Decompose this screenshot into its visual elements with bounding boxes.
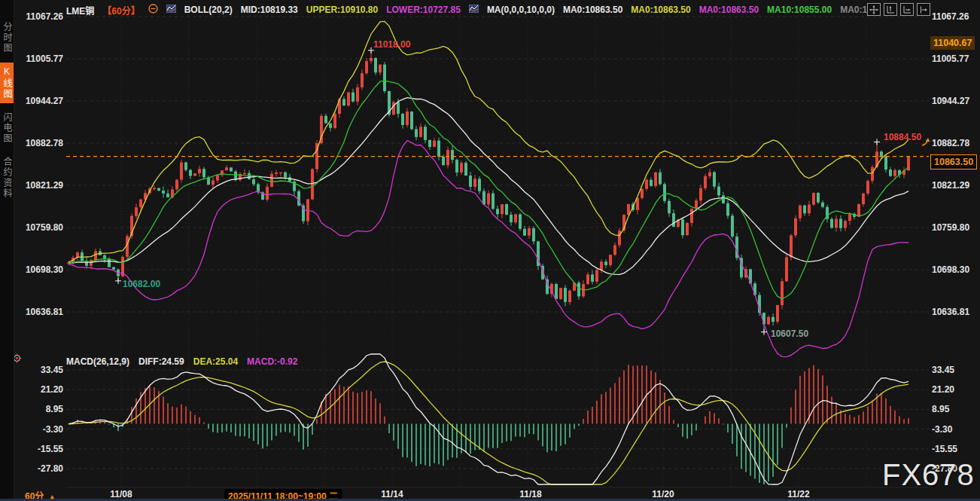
- current-price-badge: 10863.50: [930, 154, 977, 170]
- boll-mid-value: MID:10819.33: [241, 5, 298, 15]
- date-tick-label: 11/20: [652, 489, 674, 499]
- extreme-price-label: 10884.50: [884, 132, 921, 142]
- chart-toolbar: [867, 3, 930, 16]
- fx678-watermark: FX678: [882, 458, 975, 492]
- scale-axis-left-icon[interactable]: [884, 3, 897, 16]
- time-axis-bar: 11/082025/11/11 18:00~19:00 二11/1411/181…: [14, 488, 980, 499]
- sidebar-item-contract-info[interactable]: 合约资料: [0, 153, 14, 203]
- boll-upper-value: UPPER:10910.80: [306, 5, 378, 15]
- page-forward-icon[interactable]: [917, 3, 930, 16]
- ma0-value-white: MA0:10863.50: [563, 5, 622, 15]
- chart-type-sidebar: 分时图 K线图 闪电图 合约资料: [0, 0, 14, 501]
- price-flag-icon: [921, 136, 931, 150]
- extreme-price-label: 11018.00: [373, 39, 410, 50]
- macd-macd-value: MACD:-0.92: [247, 356, 297, 367]
- scale-axis-right-icon[interactable]: [900, 3, 914, 16]
- period-label: 【60分】: [102, 4, 139, 17]
- trading-app-window: 分时图 K线图 闪电图 合约资料 LME铜 【60分】 BOLL(20,2) M…: [0, 0, 980, 501]
- macd-diff-value: DIFF:24.59: [138, 356, 184, 367]
- symbol-name: LME铜: [66, 4, 94, 17]
- reference-price-badge: 11040.67: [930, 36, 975, 50]
- macd-dea-value: DEA:25.04: [193, 356, 238, 367]
- macd-title: MACD(26,12,9): [66, 356, 129, 367]
- collapse-circle-icon[interactable]: [148, 4, 158, 16]
- boll-indicator-icon[interactable]: [166, 5, 176, 15]
- date-tick-label: 11/22: [787, 489, 809, 499]
- macd-header-row: MACD(26,12,9) DIFF:24.59 DEA:25.04 MACD:…: [66, 356, 297, 367]
- boll-name: BOLL(20,2): [184, 5, 233, 15]
- move-tool-icon[interactable]: [867, 3, 881, 16]
- date-tick-label: 11/18: [519, 489, 541, 499]
- sidebar-item-kline-chart[interactable]: K线图: [0, 63, 14, 103]
- ma10-value-green: MA10:10855.00: [767, 5, 832, 15]
- date-tick-label: 11/14: [381, 489, 403, 499]
- ma0-value-yellow: MA0:10863.50: [631, 5, 690, 15]
- ma0-value-magenta: MA0:10863.50: [699, 5, 759, 15]
- indicator-header-bar: LME铜 【60分】 BOLL(20,2) MID:10819.33 UPPER…: [66, 4, 875, 16]
- sidebar-item-time-chart[interactable]: 分时图: [0, 18, 14, 57]
- ma-indicator-icon[interactable]: [469, 5, 479, 15]
- ma-name: MA(0,0,0,10,0,0): [487, 5, 555, 15]
- kline-chart-canvas[interactable]: [0, 0, 980, 501]
- extreme-price-label: 10682.00: [123, 279, 160, 289]
- sidebar-item-lightning-chart[interactable]: 闪电图: [0, 108, 14, 148]
- boll-lower-value: LOWER:10727.85: [386, 5, 461, 15]
- extreme-price-label: 10607.50: [771, 328, 808, 339]
- date-tick-label: 11/08: [110, 489, 132, 499]
